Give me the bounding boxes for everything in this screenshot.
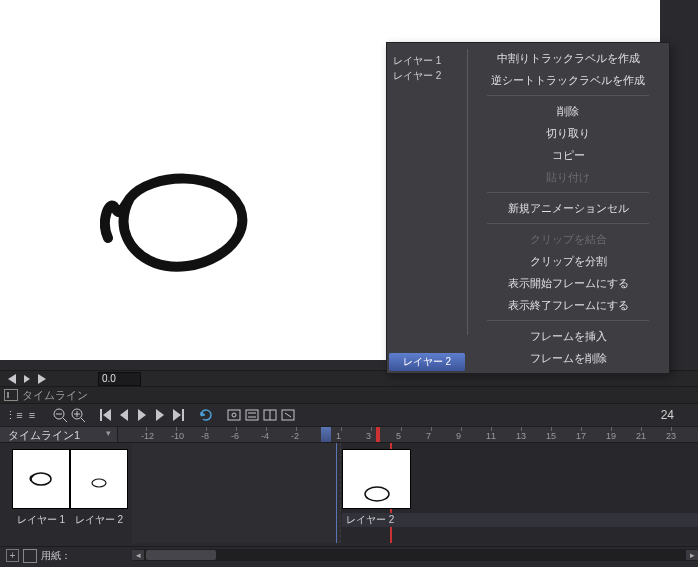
cm-item[interactable]: 新規アニメーションセル [467, 197, 669, 219]
scrollbar-thumb[interactable] [146, 550, 216, 560]
ruler-tick: -12 [146, 428, 147, 442]
timeline-name-dropdown[interactable]: タイムライン1 [0, 427, 118, 443]
tool-b-icon[interactable] [244, 407, 260, 423]
loop-icon[interactable] [198, 407, 214, 423]
go-end-icon[interactable] [170, 407, 186, 423]
cm-selected-layer[interactable]: レイヤー 2 [389, 353, 465, 371]
timeline-window-titlebar[interactable]: タイムライン [0, 386, 698, 404]
pre-range-area [132, 443, 341, 543]
ruler-tick: 15 [551, 428, 552, 442]
svg-line-4 [81, 418, 85, 422]
svg-rect-8 [182, 409, 184, 421]
cm-separator [487, 192, 649, 193]
ruler-tick: -10 [176, 428, 177, 442]
range-end-marker-ruler[interactable] [376, 427, 380, 443]
track-area: レイヤー 1 レイヤー 2 レイヤー 2 [0, 442, 698, 543]
step-prev-icon[interactable] [4, 371, 20, 387]
playhead-marker[interactable] [321, 427, 331, 443]
ruler-tick: 21 [641, 428, 642, 442]
ruler-tick: 11 [491, 428, 492, 442]
cm-item[interactable]: 逆シートトラックラベルを作成 [467, 69, 669, 91]
layer-label-1[interactable]: レイヤー 1 [12, 513, 70, 527]
prev-frame-icon[interactable] [116, 407, 132, 423]
cm-item[interactable]: コピー [467, 144, 669, 166]
toolbar-settings-icon[interactable]: ⋮≡ [6, 407, 22, 423]
ruler-tick: -6 [236, 428, 237, 442]
svg-rect-9 [228, 410, 240, 420]
layer-thumbnail-2[interactable] [70, 449, 128, 509]
paper-label: 用紙： [41, 549, 71, 563]
cm-divider [467, 49, 468, 335]
svg-line-17 [285, 413, 291, 417]
ruler-tick: 19 [611, 428, 612, 442]
tool-d-icon[interactable] [280, 407, 296, 423]
ruler-tick: -2 [296, 428, 297, 442]
timeline-window-icon [4, 389, 18, 401]
timeline-window-title: タイムライン [22, 388, 88, 403]
ruler-tick: 23 [671, 428, 672, 442]
playhead-line[interactable] [336, 443, 337, 543]
svg-point-18 [31, 473, 51, 485]
cm-layer-item[interactable]: レイヤー 2 [393, 68, 467, 83]
svg-rect-11 [246, 410, 258, 420]
clip-thumbnail[interactable] [342, 449, 411, 509]
track-lanes[interactable]: レイヤー 2 [132, 443, 698, 543]
track-header[interactable]: レイヤー 1 レイヤー 2 [0, 443, 133, 543]
cm-item: 貼り付け [467, 166, 669, 188]
cm-separator [487, 223, 649, 224]
cm-item[interactable]: フレームを削除 [467, 347, 669, 369]
step-next-icon[interactable] [34, 371, 50, 387]
bottom-row: + 用紙： ◂ ▸ [0, 546, 698, 564]
tool-c-icon[interactable] [262, 407, 278, 423]
svg-line-1 [63, 418, 67, 422]
go-begin-icon[interactable] [98, 407, 114, 423]
cm-item[interactable]: 表示終了フレームにする [467, 294, 669, 316]
cm-item[interactable]: 表示開始フレームにする [467, 272, 669, 294]
ruler-tick: 5 [401, 428, 402, 442]
frame-number-display: 24 [624, 405, 678, 425]
layer-label-2[interactable]: レイヤー 2 [70, 513, 128, 527]
scroll-right-icon[interactable]: ▸ [686, 550, 698, 560]
context-menu-layer-list: レイヤー 1 レイヤー 2 [387, 53, 467, 83]
cm-item[interactable]: 削除 [467, 100, 669, 122]
expand-toggle[interactable]: + [6, 549, 19, 562]
frame-field[interactable]: 0.0 [98, 372, 141, 386]
paper-icon[interactable] [23, 549, 37, 563]
cm-item[interactable]: 中割りトラックラベルを作成 [467, 47, 669, 69]
ruler-tick: 13 [521, 428, 522, 442]
layer-thumbnail-1[interactable] [12, 449, 70, 509]
horizontal-scrollbar[interactable]: ◂ ▸ [132, 549, 698, 561]
timeline-ruler[interactable]: -12-10-8-6-4-201357911131517192123 [118, 427, 698, 443]
zoom-out-icon[interactable] [52, 407, 68, 423]
next-frame-icon[interactable] [152, 407, 168, 423]
svg-point-20 [365, 487, 389, 501]
timeline-tab-row: タイムライン1 -12-10-8-6-4-2013579111315171921… [0, 426, 698, 443]
cm-layer-item[interactable]: レイヤー 1 [393, 53, 467, 68]
ruler-tick: 7 [431, 428, 432, 442]
ruler-tick: -8 [206, 428, 207, 442]
scroll-left-icon[interactable]: ◂ [132, 550, 144, 560]
ruler-tick: -4 [266, 428, 267, 442]
ruler-tick: 3 [371, 428, 372, 442]
zoom-in-icon[interactable] [70, 407, 86, 423]
context-menu: レイヤー 1 レイヤー 2 中割りトラックラベルを作成逆シートトラックラベルを作… [386, 42, 670, 374]
toolbar-list-icon[interactable]: ≡ [24, 407, 40, 423]
cm-item[interactable]: フレームを挿入 [467, 325, 669, 347]
ruler-tick: 1 [341, 428, 342, 442]
drawing-stroke [100, 168, 260, 278]
timeline-toolbar: ⋮≡ ≡ 24 [0, 405, 698, 425]
cm-item: クリップを結合 [467, 228, 669, 250]
cm-separator [487, 320, 649, 321]
clip-label[interactable]: レイヤー 2 [342, 513, 698, 527]
ruler-tick: 9 [461, 428, 462, 442]
ruler-tick: 17 [581, 428, 582, 442]
svg-rect-7 [100, 409, 102, 421]
tool-a-icon[interactable] [226, 407, 242, 423]
play-icon[interactable] [24, 375, 30, 383]
cm-separator [487, 95, 649, 96]
cm-item[interactable]: クリップを分割 [467, 250, 669, 272]
svg-point-19 [92, 479, 106, 487]
svg-point-10 [232, 413, 236, 417]
cm-item[interactable]: 切り取り [467, 122, 669, 144]
play-icon[interactable] [134, 407, 150, 423]
